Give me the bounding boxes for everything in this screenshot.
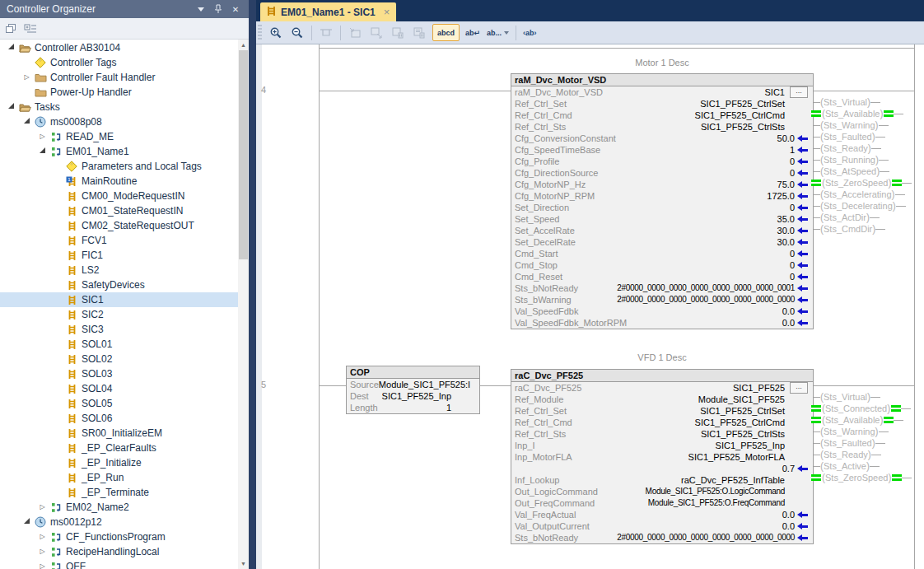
output-coil-sts-available[interactable]: (Sts_Available) — [814, 108, 903, 119]
expand-icon[interactable]: ▷ — [35, 129, 49, 144]
expand-icon[interactable]: ▷ — [20, 70, 34, 85]
parameter-value[interactable]: SIC1_PF525_CtrlSet — [700, 98, 785, 110]
tree-item-off[interactable]: ▷OFF — [0, 559, 238, 569]
parameter-value[interactable]: 75.0 — [777, 179, 795, 190]
tree-item-em02-name2[interactable]: ▷EM02_Name2 — [0, 500, 238, 515]
expand-icon[interactable]: ▷ — [35, 529, 49, 544]
zoom-in-icon[interactable] — [266, 24, 286, 42]
tree-item-parameters-and-local-tags[interactable]: Parameters and Local Tags — [0, 159, 238, 174]
parameter-value[interactable]: Module_SIC1_PF525:O.FreqCommand — [648, 497, 785, 509]
text-options-menu[interactable]: ab... — [487, 29, 509, 37]
expand-icon[interactable]: ▷ — [35, 500, 49, 515]
parameter-value[interactable]: raC_Dvc_PF525_InfTable — [681, 474, 785, 486]
tree-item-read-me[interactable]: ▷READ_ME — [0, 129, 238, 144]
output-coil-sts-actdir[interactable]: (Sts_ActDir) — [814, 212, 880, 223]
tree-item-sol02[interactable]: SOL02 — [0, 352, 238, 366]
parameter-value[interactable]: 30.0 — [777, 236, 795, 248]
parameter-value[interactable]: 0 — [790, 271, 795, 282]
instruction-block-ram-dvc-motor-vsd[interactable]: raM_Dvc_Motor_VSD raM_Dvc_Motor_VSDSIC1.… — [511, 73, 814, 329]
close-icon[interactable]: ✕ — [229, 2, 242, 16]
tree-item-mainroutine[interactable]: 1MainRoutine — [0, 174, 238, 189]
zoom-out-icon[interactable] — [287, 24, 307, 42]
tab-em01-name1-sic1[interactable]: EM01_Name1 - SIC1 × — [260, 2, 396, 21]
parameter-value[interactable]: 30.0 — [777, 225, 795, 236]
collapse-icon[interactable] — [20, 515, 34, 529]
parameter-value[interactable]: SIC1_PF525 — [733, 382, 785, 394]
output-coil-sts-faulted[interactable]: (Sts_Faulted) — [814, 437, 885, 449]
tree-item-sol05[interactable]: SOL05 — [0, 396, 238, 411]
output-coil-sts-zerospeed[interactable]: (Sts_ZeroSpeed) — [814, 472, 912, 483]
parameter-value[interactable]: 0.0 — [782, 317, 795, 329]
tree-item-cm01-staterequestin[interactable]: CM01_StateRequestIN — [0, 203, 238, 218]
parameter-value[interactable]: 50.0 — [777, 133, 795, 144]
tree-item-sol06[interactable]: SOL06 — [0, 411, 238, 426]
tree-item-cf-functionsprogram[interactable]: ▷CF_FunctionsProgram — [0, 529, 238, 544]
rung-number[interactable]: 4 — [261, 85, 276, 95]
parameter-value[interactable]: 2#0000_0000_0000_0000_0000_0000_0000_000… — [617, 294, 795, 305]
output-coil-sts-ready[interactable]: (Sts_Ready) — [814, 142, 881, 154]
tree-item-ms0012p12[interactable]: ms0012p12 — [0, 515, 238, 529]
tree-item-sr00-initializeem[interactable]: SR00_InitializeEM — [0, 426, 238, 441]
parameter-value[interactable]: 2#0000_0000_0000_0000_0000_0000_0000_000… — [617, 282, 795, 294]
scroll-up-icon[interactable]: ▲ — [238, 40, 249, 50]
window-position-icon[interactable] — [194, 2, 208, 16]
parameter-value[interactable]: 0 — [790, 156, 795, 167]
parameter-value[interactable]: SIC1_PF525_CtrlSts — [701, 121, 785, 133]
tab-close-icon[interactable]: × — [384, 6, 390, 18]
tree-scrollbar[interactable]: ▲ ▼ — [238, 40, 249, 569]
parameter-value[interactable]: 0.0 — [782, 509, 795, 520]
tree-item-tasks[interactable]: Tasks — [0, 100, 238, 114]
output-coil-sts-active[interactable]: (Sts_Active) — [814, 460, 880, 472]
parameter-value[interactable]: 1 — [446, 402, 451, 413]
parameter-value[interactable]: SIC1_PF525_CtrlCmd — [695, 417, 785, 428]
parameter-value[interactable]: 2#0000_0000_0000_0000_0000_0000_0000_000… — [617, 532, 795, 543]
parameter-value[interactable]: SIC1_PF525_Inp — [716, 440, 785, 451]
toolbar-grip[interactable] — [258, 25, 262, 41]
collapse-icon[interactable] — [35, 144, 49, 159]
output-coil-sts-connected[interactable]: (Sts_Connected) — [814, 403, 911, 414]
output-coil-sts-running[interactable]: (Sts_Running) — [814, 154, 889, 166]
tree-item-sic2[interactable]: SIC2 — [0, 307, 238, 322]
browse-tags-icon[interactable]: ‹ab› — [523, 29, 537, 37]
rung-comment[interactable]: VFD 1 Desc — [511, 352, 814, 362]
parameter-value[interactable]: SIC1_PF525_CtrlSet — [700, 405, 785, 417]
tree-item-sol03[interactable]: SOL03 — [0, 366, 238, 381]
tree-item-controller-fault-handler[interactable]: ▷Controller Fault Handler — [0, 70, 238, 85]
parameter-value[interactable]: Module_SIC1_PF525:I — [379, 379, 470, 390]
tree-item-sic1[interactable]: SIC1 — [0, 292, 238, 307]
tree-item--ep-run[interactable]: _EP_Run — [0, 470, 238, 485]
toggle-descriptions-button[interactable]: abcd — [432, 24, 460, 41]
tree-item-controller-tags[interactable]: Controller Tags — [0, 55, 238, 70]
collapse-icon[interactable] — [4, 100, 18, 114]
tree-item-safetydevices[interactable]: SafetyDevices — [0, 278, 238, 292]
parameter-value[interactable]: 0 — [790, 202, 795, 213]
tree-item-sic3[interactable]: SIC3 — [0, 322, 238, 337]
parameter-value[interactable]: 0.0 — [782, 520, 795, 532]
parameter-value[interactable]: 1725.0 — [767, 190, 795, 202]
tree-item-power-up-handler[interactable]: Power-Up Handler — [0, 85, 238, 100]
parameter-value[interactable]: SIC1 — [765, 86, 785, 98]
parameter-value[interactable]: SIC1_PF525_CtrlCmd — [695, 110, 785, 121]
rung-number[interactable]: 5 — [261, 380, 276, 389]
branch-icon[interactable] — [316, 24, 336, 42]
export-rung-icon[interactable] — [366, 24, 386, 42]
parameter-value[interactable]: Module_SIC1_PF525 — [698, 394, 785, 405]
panel-splitter[interactable] — [249, 0, 256, 569]
expand-icon[interactable]: ▷ — [35, 544, 49, 559]
parameter-value[interactable]: 35.0 — [777, 213, 795, 225]
instruction-block-rac-dvc-pf525[interactable]: raC_Dvc_PF525 raC_Dvc_PF525SIC1_PF525...… — [511, 369, 814, 544]
parameter-value[interactable]: SIC1_PF525_CtrlSts — [701, 428, 785, 440]
tree-item-sol04[interactable]: SOL04 — [0, 381, 238, 396]
delete-branch-icon[interactable] — [409, 24, 429, 42]
expand-tree-icon[interactable] — [24, 23, 37, 35]
tree-item-ls2[interactable]: LS2 — [0, 263, 238, 278]
scroll-down-icon[interactable]: ▼ — [238, 558, 249, 569]
rung-comment[interactable]: Motor 1 Desc — [511, 58, 814, 68]
tree-item--ep-terminate[interactable]: _EP_Terminate — [0, 485, 238, 500]
instruction-block-cop[interactable]: COP SourceModule_SIC1_PF525:IDestSIC1_PF… — [346, 366, 480, 414]
tree-item--ep-initialize[interactable]: _EP_Initialize — [0, 455, 238, 470]
browse-button[interactable]: ... — [790, 86, 808, 98]
output-coil-sts-ready[interactable]: (Sts_Ready) — [814, 449, 881, 460]
parameter-value[interactable]: 0.0 — [782, 305, 795, 317]
tree-item-cm00-moderequestin[interactable]: CM00_ModeRequestIN — [0, 189, 238, 203]
